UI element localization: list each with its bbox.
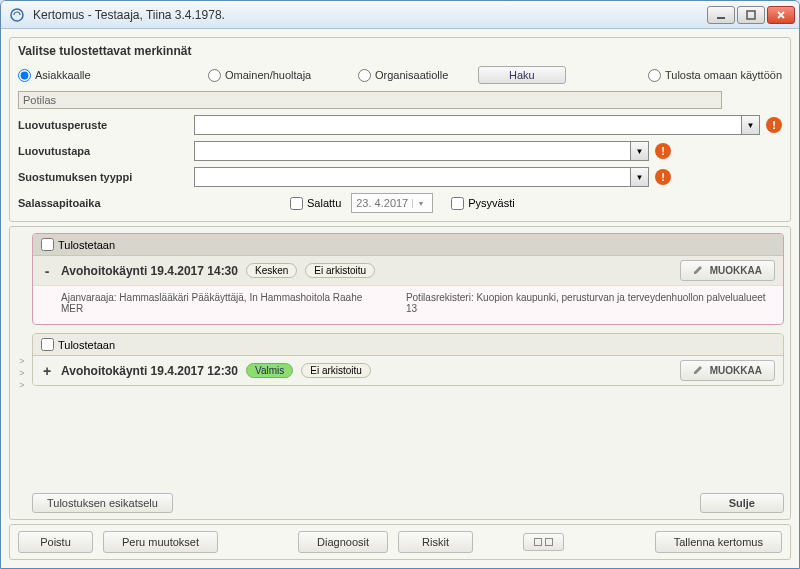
tallenna-kertomus-button[interactable]: Tallenna kertomus bbox=[655, 531, 782, 553]
radio-organisaatiolle[interactable]: Organisaatiolle bbox=[358, 69, 468, 82]
suostumuksen-tyyppi-label: Suostumuksen tyyppi bbox=[18, 171, 188, 183]
collapse-toggle[interactable]: - bbox=[41, 263, 53, 279]
recipient-radio-row: Asiakkaalle Omainen/huoltaja Organisaati… bbox=[18, 66, 782, 84]
close-button[interactable] bbox=[767, 6, 795, 24]
peru-muutokset-button[interactable]: Peru muutokset bbox=[103, 531, 218, 553]
entry-title: Avohoitokäynti 19.4.2017 12:30 bbox=[61, 364, 238, 378]
dropdown-icon[interactable]: ▼ bbox=[631, 167, 649, 187]
pysyvasti-checkbox[interactable]: Pysyvästi bbox=[451, 197, 514, 210]
dropdown-icon[interactable]: ▼ bbox=[631, 141, 649, 161]
calendar-dropdown-icon[interactable]: ▾ bbox=[412, 199, 428, 208]
potilas-field[interactable] bbox=[18, 91, 722, 109]
entry-item: Tulostetaan + Avohoitokäynti 19.4.2017 1… bbox=[32, 333, 784, 386]
chevron-right-icon: > bbox=[19, 356, 24, 366]
window-title: Kertomus - Testaaja, Tiina 3.4.1978. bbox=[29, 8, 707, 22]
luovutusperuste-select[interactable] bbox=[194, 115, 742, 135]
potilasrekisteri-text: Potilasrekisteri: Kuopion kaupunki, peru… bbox=[406, 292, 771, 314]
luovutusperuste-row: Luovutusperuste ▼ ! bbox=[18, 115, 782, 135]
svg-rect-1 bbox=[717, 17, 725, 19]
luovutustapa-row: Luovutustapa ▼ ! bbox=[18, 141, 782, 161]
riskit-button[interactable]: Riskit bbox=[398, 531, 473, 553]
luovutusperuste-label: Luovutusperuste bbox=[18, 119, 188, 131]
svg-point-0 bbox=[11, 9, 23, 21]
middle-bottom-buttons: Tulostuksen esikatselu Sulje bbox=[32, 487, 784, 513]
maximize-button[interactable] bbox=[737, 6, 765, 24]
entry-print-header: Tulostetaan bbox=[33, 234, 783, 256]
muokkaa-button[interactable]: MUOKKAA bbox=[680, 260, 775, 281]
radio-omainen[interactable]: Omainen/huoltaja bbox=[208, 69, 358, 82]
muokkaa-button[interactable]: MUOKKAA bbox=[680, 360, 775, 381]
edit-icon bbox=[693, 264, 704, 277]
chevron-right-icon: > bbox=[19, 380, 24, 390]
edit-icon bbox=[693, 364, 704, 377]
salassapitoaika-label: Salassapitoaika bbox=[18, 197, 188, 209]
svg-rect-2 bbox=[747, 11, 755, 19]
tulostetaan-checkbox[interactable] bbox=[41, 338, 54, 351]
tulostetaan-label: Tulostetaan bbox=[58, 239, 115, 251]
salattu-checkbox[interactable]: Salattu bbox=[290, 197, 341, 210]
minimize-button[interactable] bbox=[707, 6, 735, 24]
date-picker[interactable]: 23. 4.2017▾ bbox=[351, 193, 433, 213]
entries-column: Tulostetaan - Avohoitokäynti 19.4.2017 1… bbox=[32, 233, 784, 513]
radio-omaan-kayttoon[interactable]: Tulosta omaan käyttöön bbox=[648, 69, 782, 82]
bottom-toolbar: Poistu Peru muutokset Diagnoosit Riskit … bbox=[9, 524, 791, 560]
main-window: Kertomus - Testaaja, Tiina 3.4.1978. Val… bbox=[0, 0, 800, 569]
status-badge: Kesken bbox=[246, 263, 297, 278]
square-icon bbox=[545, 538, 553, 546]
radio-organisaatiolle-input[interactable] bbox=[358, 69, 371, 82]
sulje-button[interactable]: Sulje bbox=[700, 493, 784, 513]
salassapitoaika-row: Salassapitoaika Salattu 23. 4.2017▾ Pysy… bbox=[18, 193, 782, 213]
luovutustapa-label: Luovutustapa bbox=[18, 145, 188, 157]
tulostetaan-label: Tulostetaan bbox=[58, 339, 115, 351]
suostumuksen-tyyppi-select[interactable] bbox=[194, 167, 631, 187]
ajanvaraaja-text: Ajanvaraaja: Hammaslääkäri Pääkäyttäjä, … bbox=[61, 292, 380, 314]
haku-button[interactable]: Haku bbox=[478, 66, 566, 84]
print-options-panel: Valitse tulostettavat merkinnät Asiakkaa… bbox=[9, 37, 791, 222]
window-controls bbox=[707, 6, 795, 24]
entry-header: + Avohoitokäynti 19.4.2017 12:30 Valmis … bbox=[33, 356, 783, 385]
app-icon bbox=[9, 7, 25, 23]
entry-print-header: Tulostetaan bbox=[33, 334, 783, 356]
error-icon: ! bbox=[655, 143, 671, 159]
titlebar: Kertomus - Testaaja, Tiina 3.4.1978. bbox=[1, 1, 799, 29]
tulostetaan-checkbox[interactable] bbox=[41, 238, 54, 251]
radio-omaan-input[interactable] bbox=[648, 69, 661, 82]
entry-details: Ajanvaraaja: Hammaslääkäri Pääkäyttäjä, … bbox=[33, 286, 783, 324]
side-expand-chevrons[interactable]: > > > bbox=[16, 233, 28, 513]
entry-header: - Avohoitokäynti 19.4.2017 14:30 Kesken … bbox=[33, 256, 783, 286]
esikatselu-button[interactable]: Tulostuksen esikatselu bbox=[32, 493, 173, 513]
entry-title: Avohoitokäynti 19.4.2017 14:30 bbox=[61, 264, 238, 278]
error-icon: ! bbox=[766, 117, 782, 133]
entries-panel: > > > Tulostetaan - Avohoitokäynti 19.4.… bbox=[9, 226, 791, 520]
error-icon: ! bbox=[655, 169, 671, 185]
dropdown-icon[interactable]: ▼ bbox=[742, 115, 760, 135]
content-area: Valitse tulostettavat merkinnät Asiakkaa… bbox=[1, 29, 799, 568]
radio-asiakkaalle[interactable]: Asiakkaalle bbox=[18, 69, 208, 82]
radio-asiakkaalle-input[interactable] bbox=[18, 69, 31, 82]
luovutustapa-select[interactable] bbox=[194, 141, 631, 161]
radio-omainen-input[interactable] bbox=[208, 69, 221, 82]
pysyvasti-checkbox-input[interactable] bbox=[451, 197, 464, 210]
poistu-button[interactable]: Poistu bbox=[18, 531, 93, 553]
status-badge: Valmis bbox=[246, 363, 293, 378]
archive-badge: Ei arkistoitu bbox=[305, 263, 375, 278]
layout-toggle-button[interactable] bbox=[523, 533, 564, 551]
archive-badge: Ei arkistoitu bbox=[301, 363, 371, 378]
entry-item: Tulostetaan - Avohoitokäynti 19.4.2017 1… bbox=[32, 233, 784, 325]
panel-heading: Valitse tulostettavat merkinnät bbox=[18, 44, 782, 58]
salattu-checkbox-input[interactable] bbox=[290, 197, 303, 210]
suostumuksen-tyyppi-row: Suostumuksen tyyppi ▼ ! bbox=[18, 167, 782, 187]
square-icon bbox=[534, 538, 542, 546]
chevron-right-icon: > bbox=[19, 368, 24, 378]
expand-toggle[interactable]: + bbox=[41, 363, 53, 379]
diagnoosit-button[interactable]: Diagnoosit bbox=[298, 531, 388, 553]
